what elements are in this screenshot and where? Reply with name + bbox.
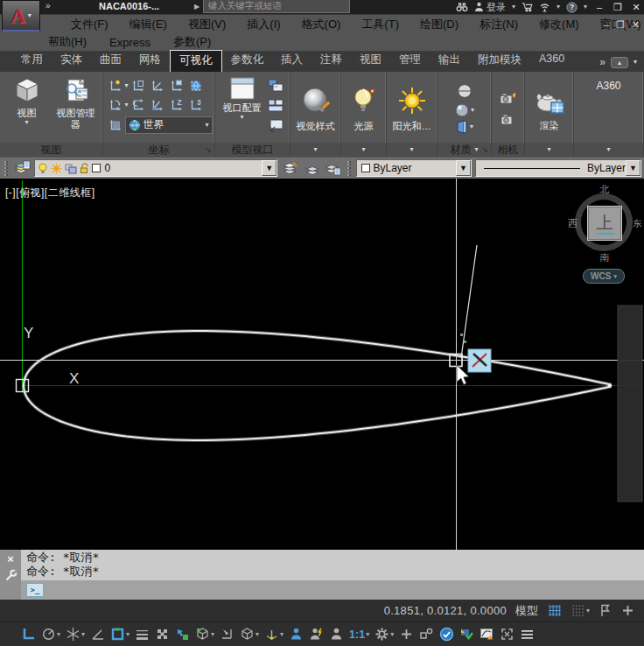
dynamic-ucs-icon[interactable]: ▾ [195, 627, 214, 642]
color-dropdown-arrow[interactable]: ▼ [456, 160, 471, 176]
menu-item-5[interactable]: 工具(T) [361, 17, 399, 32]
panel-caption-materials[interactable]: 材质▾ ↘ [438, 143, 491, 157]
ribbon-tab-11[interactable]: 附加模块 [469, 50, 530, 72]
ucs-origin-icon[interactable] [148, 76, 167, 95]
materials-browser-icon[interactable] [455, 82, 474, 101]
layer-dropdown[interactable]: 0 ▼ [34, 159, 277, 177]
viewport-config-button[interactable]: 视口配置 ▾ [220, 74, 264, 121]
chevron-down-icon[interactable]: ▾ [584, 4, 587, 11]
linetype-dropdown-arrow[interactable]: ▼ [626, 160, 640, 176]
drawing-area[interactable]: Y X [-][俯视][二维线框] 北 南 西 东 上 WCS▾ [0, 179, 644, 550]
viewcube-top-face[interactable]: 上 [587, 206, 622, 241]
ucs-z-icon[interactable]: Z [167, 95, 186, 114]
menu-item-8[interactable]: 修改(M) [539, 17, 579, 32]
toolbar-grip[interactable] [4, 161, 8, 176]
ribbon-tab-10[interactable]: 输出 [430, 50, 469, 72]
gizmo-icon[interactable]: ▾ [264, 627, 284, 642]
materials-sphere-icon[interactable]: ▾ [454, 102, 474, 118]
compass-south-label[interactable]: 南 [600, 251, 610, 264]
workspace-switching-icon[interactable]: ▾ [374, 627, 394, 642]
panel-caption-model-viewports[interactable]: 模型视口 [215, 143, 290, 157]
menu-item-row2-0[interactable]: 帮助(H) [48, 34, 87, 50]
dropdown-caret[interactable]: ▾ [57, 630, 60, 638]
isolate-objects-icon[interactable] [419, 627, 434, 642]
exchange-cart-icon[interactable] [522, 2, 533, 12]
view-manager-button[interactable]: 视图管理器 [52, 74, 100, 130]
grid-display-icon[interactable] [547, 603, 563, 618]
menu-item-0[interactable]: 文件(F) [71, 17, 108, 32]
viewport-restore-icon[interactable] [266, 116, 285, 135]
ribbon-tab-9[interactable]: 管理 [390, 50, 430, 72]
show-cameras-icon[interactable] [499, 111, 518, 130]
dropdown-caret[interactable]: ▾ [256, 630, 259, 638]
panel-expand-icon[interactable]: ▾ [410, 146, 413, 153]
ribbon-tab-2[interactable]: 曲面 [91, 50, 130, 72]
drawing-canvas[interactable]: Y X [0, 179, 644, 550]
ribbon-tab-0[interactable]: 常用 [12, 50, 52, 72]
customization-icon[interactable] [520, 627, 535, 642]
wrench-icon[interactable] [4, 569, 18, 582]
object-snap-icon[interactable]: ▾ [110, 627, 130, 642]
ucs-x-rotate-icon[interactable]: x [106, 95, 125, 114]
menu-item-4[interactable]: 格式(O) [302, 17, 341, 32]
ribbon-minimize-button[interactable]: ▴ [611, 57, 628, 68]
menu-item-2[interactable]: 视图(V) [188, 17, 226, 32]
annotation-flag-icon[interactable] [598, 603, 612, 618]
ucs-world-dropdown[interactable]: 世界 ▾ [125, 116, 213, 134]
ribbon-panel-visual-styles[interactable]: 视觉样式 ▾ [290, 72, 341, 157]
chevron-down-icon[interactable]: ▾ [556, 4, 560, 11]
dropdown-caret[interactable]: ▾ [280, 630, 284, 638]
make-layer-current-icon[interactable] [281, 159, 298, 178]
compass-east-label[interactable]: 东 [633, 217, 642, 230]
annotation-scale-icon[interactable] [329, 627, 344, 642]
dropdown-caret[interactable]: ▾ [211, 630, 214, 638]
graphics-performance-icon[interactable]: ! [480, 627, 494, 642]
lineweight-icon[interactable] [135, 627, 150, 642]
panel-expand-icon[interactable]: ▾ [313, 146, 317, 153]
annotation-monitor-icon[interactable] [399, 627, 414, 642]
add-icon[interactable] [620, 603, 635, 618]
compass-west-label[interactable]: 西 [568, 217, 578, 230]
help-icon[interactable]: ? [566, 2, 578, 13]
side-palette[interactable] [618, 305, 642, 502]
sign-in-button[interactable]: 登录 [474, 1, 506, 14]
ribbon-panel-sun[interactable]: 阳光和… ▾ [387, 72, 438, 157]
menu-item-6[interactable]: 绘图(D) [420, 17, 458, 32]
ucs-3point-icon[interactable]: 3 [186, 95, 206, 114]
dropdown-caret[interactable]: ▾ [126, 630, 130, 638]
transparency-icon[interactable] [155, 627, 170, 642]
ribbon-tab-5[interactable]: 参数化 [222, 50, 273, 72]
snap-mode-icon[interactable]: ▾ [570, 603, 590, 618]
dropdown-caret[interactable]: ▾ [81, 630, 85, 638]
attach-material-icon[interactable]: ▾ [455, 120, 473, 135]
view-button[interactable]: 视图 ▾ [4, 74, 51, 126]
ribbon-tab-7[interactable]: 注释 [312, 50, 351, 72]
ucs-object-icon[interactable] [129, 76, 148, 95]
menu-item-row2-2[interactable]: 参数(P) [173, 34, 211, 50]
layer-properties-icon[interactable] [13, 159, 31, 178]
linetype-dropdown[interactable]: ByLayer ▼ [475, 159, 641, 177]
viewport-controls-label[interactable]: [-][俯视][二维线框] [5, 186, 95, 200]
viewport-named-icon[interactable] [266, 76, 285, 95]
chevron-down-icon[interactable]: ▾ [512, 4, 515, 11]
panel-caption-view[interactable]: 视图 [0, 143, 102, 157]
panel-caption-coordinates[interactable]: 坐标 ↘ [103, 143, 214, 157]
compass-north-label[interactable]: 北 [600, 183, 610, 196]
menu-item-3[interactable]: 插入(I) [247, 17, 280, 32]
ucs-zaxis-icon[interactable] [148, 95, 167, 114]
title-flyout-icon[interactable]: ▶ [194, 3, 200, 11]
ribbon-tab-12[interactable]: A360 [530, 50, 573, 72]
search-binoculars-icon[interactable] [456, 2, 468, 12]
viewport-join-icon[interactable] [266, 96, 285, 115]
ribbon-tab-3[interactable]: 网格 [130, 50, 170, 72]
panel-expand-icon[interactable]: ▾ [361, 146, 365, 153]
command-input-row[interactable]: >_ [21, 580, 644, 600]
ucs-previous-icon[interactable] [129, 95, 148, 114]
ribbon-tab-1[interactable]: 实体 [52, 50, 91, 72]
create-camera-icon[interactable] [499, 89, 518, 108]
ucs-face-icon[interactable] [167, 76, 186, 95]
doc-restore-button[interactable]: ❐ [616, 19, 625, 31]
isometric-drafting-icon[interactable]: ▾ [66, 627, 85, 642]
toolbar-grip[interactable] [347, 161, 351, 176]
command-history[interactable]: 命令: *取消* 命令: *取消* [21, 550, 644, 580]
